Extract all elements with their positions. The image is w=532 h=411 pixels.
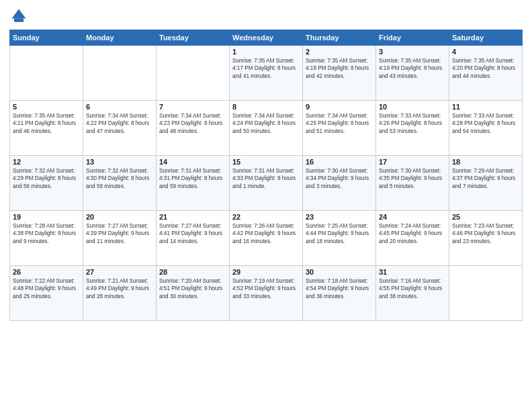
day-number: 29 [232, 268, 300, 276]
day-number: 1 [232, 48, 300, 56]
day-info: Sunrise: 7:29 AM Sunset: 4:37 PM Dayligh… [452, 167, 519, 190]
calendar-cell: 10Sunrise: 7:33 AM Sunset: 4:26 PM Dayli… [376, 101, 449, 156]
day-info: Sunrise: 7:20 AM Sunset: 4:51 PM Dayligh… [159, 277, 226, 300]
calendar-cell: 2Sunrise: 7:35 AM Sunset: 4:18 PM Daylig… [303, 46, 376, 101]
column-header-saturday: Saturday [449, 30, 523, 46]
day-info: Sunrise: 7:23 AM Sunset: 4:46 PM Dayligh… [452, 222, 519, 245]
calendar-cell: 18Sunrise: 7:29 AM Sunset: 4:37 PM Dayli… [449, 156, 523, 211]
day-number: 22 [232, 213, 300, 221]
day-number: 2 [306, 48, 373, 56]
day-info: Sunrise: 7:18 AM Sunset: 4:54 PM Dayligh… [306, 277, 373, 300]
calendar-cell: 20Sunrise: 7:27 AM Sunset: 4:39 PM Dayli… [83, 211, 157, 266]
calendar-table: SundayMondayTuesdayWednesdayThursdayFrid… [9, 30, 523, 321]
day-number: 23 [306, 213, 373, 221]
day-number: 16 [306, 158, 373, 166]
day-info: Sunrise: 7:25 AM Sunset: 4:44 PM Dayligh… [306, 222, 373, 245]
calendar-header-row: SundayMondayTuesdayWednesdayThursdayFrid… [10, 30, 523, 46]
day-info: Sunrise: 7:22 AM Sunset: 4:48 PM Dayligh… [13, 277, 80, 300]
day-number: 4 [452, 48, 519, 56]
calendar-cell: 25Sunrise: 7:23 AM Sunset: 4:46 PM Dayli… [449, 211, 523, 266]
calendar-cell: 8Sunrise: 7:34 AM Sunset: 4:24 PM Daylig… [230, 101, 303, 156]
calendar-cell: 12Sunrise: 7:32 AM Sunset: 4:29 PM Dayli… [10, 156, 83, 211]
calendar-cell: 29Sunrise: 7:19 AM Sunset: 4:52 PM Dayli… [230, 266, 303, 321]
day-info: Sunrise: 7:34 AM Sunset: 4:22 PM Dayligh… [86, 112, 153, 135]
day-info: Sunrise: 7:31 AM Sunset: 4:31 PM Dayligh… [159, 167, 226, 190]
calendar-cell: 24Sunrise: 7:24 AM Sunset: 4:45 PM Dayli… [376, 211, 449, 266]
logo [9, 7, 31, 26]
calendar-cell: 16Sunrise: 7:30 AM Sunset: 4:34 PM Dayli… [303, 156, 376, 211]
day-number: 12 [13, 158, 80, 166]
day-number: 10 [379, 103, 446, 111]
day-number: 14 [159, 158, 226, 166]
day-info: Sunrise: 7:35 AM Sunset: 4:17 PM Dayligh… [232, 57, 300, 80]
day-number: 26 [13, 268, 80, 276]
day-number: 7 [159, 103, 226, 111]
calendar-cell: 14Sunrise: 7:31 AM Sunset: 4:31 PM Dayli… [157, 156, 230, 211]
day-info: Sunrise: 7:27 AM Sunset: 4:41 PM Dayligh… [159, 222, 226, 245]
day-number: 15 [232, 158, 300, 166]
calendar-cell: 22Sunrise: 7:26 AM Sunset: 4:42 PM Dayli… [230, 211, 303, 266]
calendar-cell: 5Sunrise: 7:35 AM Sunset: 4:21 PM Daylig… [10, 101, 83, 156]
calendar-cell [10, 46, 83, 101]
calendar-cell: 19Sunrise: 7:28 AM Sunset: 4:38 PM Dayli… [10, 211, 83, 266]
svg-rect-2 [14, 19, 24, 22]
calendar-cell: 31Sunrise: 7:16 AM Sunset: 4:55 PM Dayli… [376, 266, 449, 321]
calendar-cell: 21Sunrise: 7:27 AM Sunset: 4:41 PM Dayli… [157, 211, 230, 266]
header [9, 7, 523, 26]
calendar-cell [83, 46, 157, 101]
calendar-cell: 23Sunrise: 7:25 AM Sunset: 4:44 PM Dayli… [303, 211, 376, 266]
day-number: 20 [86, 213, 153, 221]
day-number: 21 [159, 213, 226, 221]
day-info: Sunrise: 7:33 AM Sunset: 4:26 PM Dayligh… [379, 112, 446, 135]
day-number: 13 [86, 158, 153, 166]
day-number: 17 [379, 158, 446, 166]
column-header-thursday: Thursday [303, 30, 376, 46]
calendar-cell: 28Sunrise: 7:20 AM Sunset: 4:51 PM Dayli… [157, 266, 230, 321]
calendar-cell: 4Sunrise: 7:35 AM Sunset: 4:20 PM Daylig… [449, 46, 523, 101]
day-info: Sunrise: 7:26 AM Sunset: 4:42 PM Dayligh… [232, 222, 300, 245]
day-number: 28 [159, 268, 226, 276]
calendar-cell: 26Sunrise: 7:22 AM Sunset: 4:48 PM Dayli… [10, 266, 83, 321]
day-info: Sunrise: 7:34 AM Sunset: 4:25 PM Dayligh… [306, 112, 373, 135]
day-info: Sunrise: 7:35 AM Sunset: 4:19 PM Dayligh… [379, 57, 446, 80]
day-info: Sunrise: 7:31 AM Sunset: 4:33 PM Dayligh… [232, 167, 300, 190]
calendar-cell: 1Sunrise: 7:35 AM Sunset: 4:17 PM Daylig… [230, 46, 303, 101]
day-number: 3 [379, 48, 446, 56]
calendar-cell: 11Sunrise: 7:33 AM Sunset: 4:28 PM Dayli… [449, 101, 523, 156]
day-number: 30 [306, 268, 373, 276]
day-number: 19 [13, 213, 80, 221]
page-container: SundayMondayTuesdayWednesdayThursdayFrid… [0, 0, 532, 326]
day-info: Sunrise: 7:32 AM Sunset: 4:30 PM Dayligh… [86, 167, 153, 190]
day-number: 27 [86, 268, 153, 276]
calendar-cell: 3Sunrise: 7:35 AM Sunset: 4:19 PM Daylig… [376, 46, 449, 101]
calendar-cell: 7Sunrise: 7:34 AM Sunset: 4:23 PM Daylig… [157, 101, 230, 156]
day-number: 6 [86, 103, 153, 111]
day-info: Sunrise: 7:21 AM Sunset: 4:49 PM Dayligh… [86, 277, 153, 300]
column-header-monday: Monday [83, 30, 157, 46]
day-info: Sunrise: 7:30 AM Sunset: 4:35 PM Dayligh… [379, 167, 446, 190]
day-info: Sunrise: 7:30 AM Sunset: 4:34 PM Dayligh… [306, 167, 373, 190]
day-info: Sunrise: 7:34 AM Sunset: 4:24 PM Dayligh… [232, 112, 300, 135]
calendar-cell: 9Sunrise: 7:34 AM Sunset: 4:25 PM Daylig… [303, 101, 376, 156]
calendar-cell: 17Sunrise: 7:30 AM Sunset: 4:35 PM Dayli… [376, 156, 449, 211]
calendar-week-row: 5Sunrise: 7:35 AM Sunset: 4:21 PM Daylig… [10, 101, 523, 156]
day-number: 9 [306, 103, 373, 111]
calendar-week-row: 1Sunrise: 7:35 AM Sunset: 4:17 PM Daylig… [10, 46, 523, 101]
column-header-wednesday: Wednesday [230, 30, 303, 46]
logo-icon [9, 7, 28, 26]
calendar-cell [449, 266, 523, 321]
day-info: Sunrise: 7:32 AM Sunset: 4:29 PM Dayligh… [13, 167, 80, 190]
calendar-cell: 30Sunrise: 7:18 AM Sunset: 4:54 PM Dayli… [303, 266, 376, 321]
day-info: Sunrise: 7:27 AM Sunset: 4:39 PM Dayligh… [86, 222, 153, 245]
day-info: Sunrise: 7:24 AM Sunset: 4:45 PM Dayligh… [379, 222, 446, 245]
calendar-cell: 13Sunrise: 7:32 AM Sunset: 4:30 PM Dayli… [83, 156, 157, 211]
column-header-tuesday: Tuesday [157, 30, 230, 46]
day-number: 31 [379, 268, 446, 276]
calendar-cell: 6Sunrise: 7:34 AM Sunset: 4:22 PM Daylig… [83, 101, 157, 156]
day-info: Sunrise: 7:33 AM Sunset: 4:28 PM Dayligh… [452, 112, 519, 135]
day-info: Sunrise: 7:19 AM Sunset: 4:52 PM Dayligh… [232, 277, 300, 300]
day-number: 5 [13, 103, 80, 111]
day-info: Sunrise: 7:35 AM Sunset: 4:18 PM Dayligh… [306, 57, 373, 80]
calendar-cell: 15Sunrise: 7:31 AM Sunset: 4:33 PM Dayli… [230, 156, 303, 211]
day-info: Sunrise: 7:16 AM Sunset: 4:55 PM Dayligh… [379, 277, 446, 300]
